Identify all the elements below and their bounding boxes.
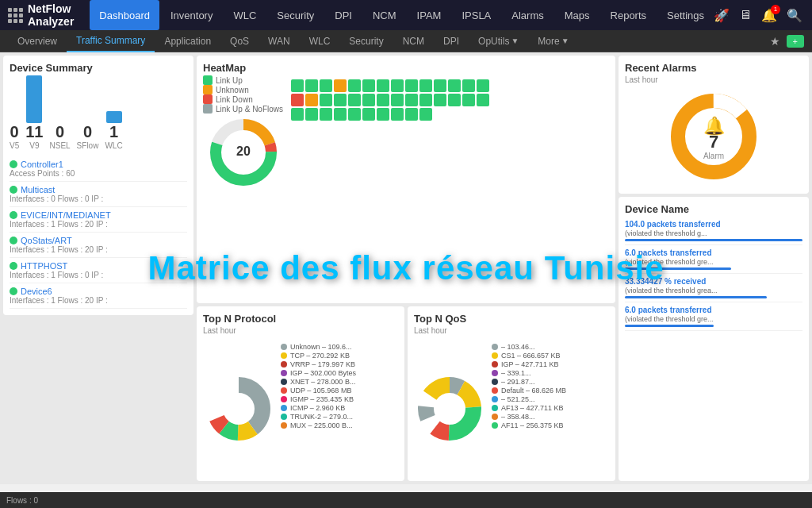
heatmap-cell bbox=[377, 108, 389, 121]
device-item-multicast[interactable]: Multicast Interfaces : 0 Flows : 0 IP : bbox=[10, 182, 187, 207]
legend-noflows: Link Up & NoFlows bbox=[203, 104, 283, 114]
legend-label: IGMP – 235.435 KB bbox=[290, 395, 354, 403]
heatmap-cell bbox=[405, 108, 418, 121]
nav-alarms[interactable]: Alarms bbox=[502, 0, 553, 30]
legend-label: MUX – 225.000 B... bbox=[290, 421, 353, 429]
dot-icon bbox=[492, 361, 498, 368]
legend-label: AF11 – 256.375 KB bbox=[501, 421, 564, 429]
grid-icon bbox=[8, 8, 23, 23]
qos-pie-container bbox=[414, 340, 485, 478]
dot-icon bbox=[492, 379, 498, 385]
device-item-httphost[interactable]: HTTPHOST Interfaces : 1 Flows : 0 IP : bbox=[10, 258, 187, 283]
bell-icon[interactable]: 🔔1 bbox=[761, 8, 777, 23]
subnav-security[interactable]: Security bbox=[339, 30, 393, 52]
legend-linkup: Link Up bbox=[203, 75, 283, 85]
subnav-overview[interactable]: Overview bbox=[8, 30, 67, 52]
legend-trunk: TRUNK-2 – 279.0... bbox=[281, 413, 398, 421]
donut-value: 20 bbox=[236, 144, 251, 158]
nav-wlc[interactable]: WLC bbox=[224, 0, 266, 30]
subnav-ncm[interactable]: NCM bbox=[393, 30, 434, 52]
device-info: Interfaces : 0 Flows : 0 IP : bbox=[10, 194, 187, 203]
alarm-item-0[interactable]: 104.0 packets transferred (violated the … bbox=[625, 217, 802, 245]
subnav-more[interactable]: More ▼ bbox=[528, 30, 578, 52]
alarm-item-1[interactable]: 6.0 packets transferred (violated the th… bbox=[625, 245, 802, 274]
heatmap-cell bbox=[391, 94, 404, 106]
device-name: Multicast bbox=[21, 185, 55, 194]
metric-wlc-label: WLC bbox=[105, 141, 122, 150]
nav-dashboard[interactable]: Dashboard bbox=[90, 0, 159, 30]
heatmap-legend: Link Up Unknown Link Down Link Up & bbox=[203, 75, 283, 114]
alarm-item-3[interactable]: 6.0 packets transferred (violated the th… bbox=[625, 302, 802, 331]
dot-icon bbox=[492, 396, 498, 402]
favorite-star-icon[interactable]: ★ bbox=[770, 35, 780, 48]
legend-label: AF13 – 427.711 KB bbox=[501, 404, 564, 412]
subnav-oputils[interactable]: OpUtils ▼ bbox=[469, 30, 528, 52]
legend-label: VRRP – 179.997 KB bbox=[290, 360, 355, 368]
nav-ncm[interactable]: NCM bbox=[363, 0, 406, 30]
device-item-controller1[interactable]: Controller1 Access Points : 60 bbox=[10, 156, 187, 182]
monitor-icon[interactable]: 🖥 bbox=[739, 8, 752, 22]
device-status-dot bbox=[10, 262, 17, 270]
nav-dpi[interactable]: DPI bbox=[325, 0, 362, 30]
qos-content: – 103.46... CS1 – 666.657 KB IGP – 427.7… bbox=[414, 340, 609, 478]
search-icon[interactable]: 🔍 bbox=[787, 8, 802, 23]
legend-mux: MUX – 225.000 B... bbox=[281, 421, 398, 429]
qos-pie-chart bbox=[414, 373, 485, 444]
device-info: Interfaces : 1 Flows : 20 IP : bbox=[10, 296, 187, 305]
oputils-arrow: ▼ bbox=[511, 37, 519, 45]
nav-ipsla[interactable]: IPSLA bbox=[452, 0, 500, 30]
bottom-panels: Top N Protocol Last hour bbox=[197, 306, 615, 481]
device-item-qostats[interactable]: QoStats/ART Interfaces : 1 Flows : 20 IP… bbox=[10, 233, 187, 258]
alarm-bar bbox=[625, 239, 802, 241]
heatmap-cell bbox=[377, 79, 389, 92]
heatmap-cell bbox=[462, 79, 475, 92]
legend-label: TCP – 270.292 KB bbox=[290, 352, 350, 360]
alarm-bar bbox=[625, 267, 731, 270]
qos-legend-5: – 521.25... bbox=[492, 395, 609, 403]
legend-linkup-label: Link Up bbox=[216, 76, 243, 85]
dot-icon bbox=[281, 352, 287, 359]
legend-label: IGP – 427.711 KB bbox=[501, 360, 558, 368]
subnav-wlc[interactable]: WLC bbox=[300, 30, 340, 52]
legend-label: UDP – 105.968 MB bbox=[290, 387, 351, 394]
right-panel: Recent Alarms Last hour 🔔 7 Alarm Device… bbox=[619, 56, 809, 481]
device-item-6[interactable]: Device6 Interfaces : 1 Flows : 20 IP : bbox=[10, 283, 187, 309]
heatmap-cell bbox=[434, 94, 446, 106]
nav-inventory[interactable]: Inventory bbox=[161, 0, 222, 30]
device-name: Controller1 bbox=[21, 160, 63, 169]
nav-security[interactable]: Security bbox=[267, 0, 324, 30]
subnav-qos[interactable]: QoS bbox=[220, 30, 259, 52]
nav-icons: 🚀 🖥 🔔1 🔍 🔔! ⊞ ⚙ ⋮ bbox=[714, 6, 812, 24]
rocket-icon[interactable]: 🚀 bbox=[714, 8, 730, 23]
legend-icmp: ICMP – 2.960 KB bbox=[281, 404, 398, 412]
heatmap-cell bbox=[362, 94, 375, 106]
nav-maps[interactable]: Maps bbox=[555, 0, 599, 30]
nav-reports[interactable]: Reports bbox=[601, 0, 657, 30]
nav-ipam[interactable]: IPAM bbox=[408, 0, 451, 30]
device-item-medianet[interactable]: EVICE/INT/MEDIANET Interfaces : 1 Flows … bbox=[10, 207, 187, 233]
subnav-application[interactable]: Application bbox=[155, 30, 220, 52]
nav-settings[interactable]: Settings bbox=[657, 0, 714, 30]
subnav-dpi[interactable]: DPI bbox=[434, 30, 469, 52]
dot-icon bbox=[492, 344, 498, 350]
heatmap-cell bbox=[419, 108, 432, 121]
protocol-panel: Top N Protocol Last hour bbox=[197, 306, 404, 481]
qos-title: Top N QoS bbox=[414, 313, 609, 325]
protocol-legend: Unknown – 109.6... TCP – 270.292 KB VRRP… bbox=[281, 343, 398, 478]
alarm-item-2[interactable]: 33.334427 % received (violated the thres… bbox=[625, 274, 802, 302]
alarm-desc: (violated the threshold grea... bbox=[625, 287, 802, 294]
alarm-desc: (violated the threshold g... bbox=[625, 229, 802, 237]
heatmap-cell bbox=[291, 94, 304, 106]
subnav-wan[interactable]: WAN bbox=[259, 30, 300, 52]
add-tab-button[interactable]: + bbox=[787, 35, 804, 48]
heatmap-cell bbox=[419, 79, 432, 92]
protocol-content: Unknown – 109.6... TCP – 270.292 KB VRRP… bbox=[203, 340, 398, 478]
device-name: EVICE/INT/MEDIANET bbox=[21, 210, 111, 220]
sub-navigation-bar: Overview Traffic Summary Application QoS… bbox=[0, 30, 812, 52]
legend-igmp: IGMP – 235.435 KB bbox=[281, 395, 398, 403]
metric-nsel-label: NSEL bbox=[49, 141, 70, 150]
subnav-traffic-summary[interactable]: Traffic Summary bbox=[67, 30, 155, 52]
metric-v5: 0 V5 bbox=[10, 123, 19, 150]
alarm-desc: (violated the threshold gre... bbox=[625, 315, 802, 323]
qos-legend-cs1: CS1 – 666.657 KB bbox=[492, 352, 609, 360]
